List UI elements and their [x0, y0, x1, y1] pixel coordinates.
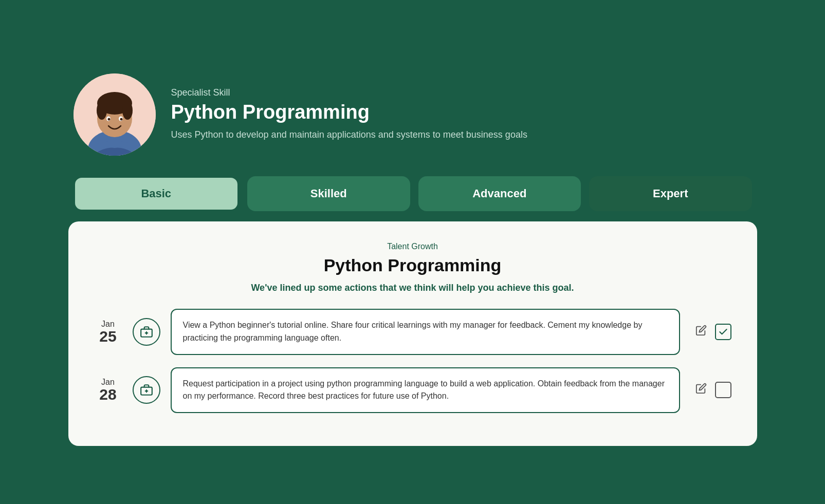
tab-skilled[interactable]: Skilled [247, 176, 410, 211]
card-header: Talent Growth Python Programming We've l… [94, 242, 731, 293]
action-month-1: Jan [94, 320, 122, 329]
card-subtitle: We've lined up some actions that we thin… [94, 283, 731, 293]
tabs-row: Basic Skilled Advanced Expert [63, 171, 762, 221]
action-date-1: Jan 25 [94, 320, 122, 344]
header-text: Specialist Skill Python Programming Uses… [171, 87, 752, 141]
svg-point-5 [97, 101, 107, 120]
svg-point-6 [122, 101, 133, 120]
action-day-2: 28 [94, 387, 122, 402]
checkbox-1[interactable] [715, 324, 731, 340]
svg-point-9 [107, 118, 110, 120]
avatar [74, 73, 156, 156]
edit-button-2[interactable] [695, 383, 707, 397]
main-card: Talent Growth Python Programming We've l… [68, 221, 757, 446]
action-icon-1 [133, 318, 160, 346]
checkbox-2[interactable] [715, 382, 731, 398]
skill-label: Specialist Skill [171, 87, 752, 98]
tab-advanced[interactable]: Advanced [418, 176, 581, 211]
action-text-1: View a Python beginner's tutorial online… [171, 309, 680, 355]
talent-growth-label: Talent Growth [94, 242, 731, 251]
skill-title: Python Programming [171, 101, 752, 123]
svg-point-10 [120, 118, 122, 120]
card-title: Python Programming [94, 255, 731, 275]
skill-description: Uses Python to develop and maintain appl… [171, 128, 752, 141]
action-controls-1 [695, 324, 731, 340]
action-item-1: Jan 25 View a Python beginner's tutorial… [94, 309, 731, 355]
action-text-2: Request participation in a project using… [171, 367, 680, 414]
tab-basic[interactable]: Basic [74, 176, 240, 211]
header-section: Specialist Skill Python Programming Uses… [63, 58, 762, 171]
action-controls-2 [695, 382, 731, 398]
action-icon-2 [133, 376, 160, 404]
edit-button-1[interactable] [695, 325, 707, 339]
action-date-2: Jan 28 [94, 378, 122, 402]
action-item-2: Jan 28 Request participation in a projec… [94, 367, 731, 414]
action-day-1: 25 [94, 329, 122, 344]
main-container: Specialist Skill Python Programming Uses… [63, 58, 762, 446]
tab-expert[interactable]: Expert [589, 176, 752, 211]
